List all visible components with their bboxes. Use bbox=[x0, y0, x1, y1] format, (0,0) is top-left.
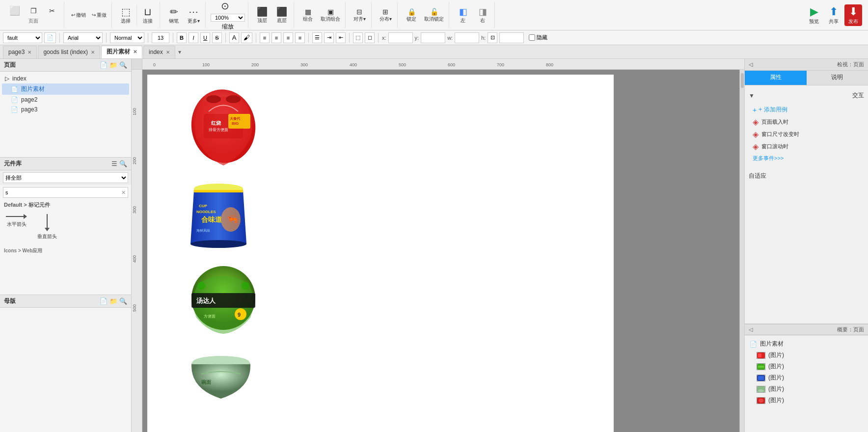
overview-item-img-3[interactable]: (图片) bbox=[748, 372, 865, 383]
pen-button[interactable]: ✏ 钢笔 bbox=[165, 5, 183, 26]
share-button[interactable]: ⬆ 共享 bbox=[825, 4, 842, 26]
overview-item-img-4[interactable]: (图片) bbox=[748, 383, 865, 395]
copy-button[interactable]: ❐ bbox=[25, 6, 42, 15]
comp-filter-select[interactable]: 择全部 bbox=[3, 172, 128, 183]
highlight-button[interactable]: 🖌 bbox=[241, 32, 252, 43]
zoom-select[interactable]: 100%75%50%150% bbox=[211, 14, 245, 22]
publish-button[interactable]: ⬇ 发布 bbox=[844, 4, 862, 26]
tab-img-assets-close[interactable]: ✕ bbox=[133, 49, 137, 54]
page-search-icon[interactable]: 🔍 bbox=[119, 61, 127, 69]
overview-item-img-2[interactable]: (图片) bbox=[748, 361, 865, 372]
add-interaction-button[interactable]: + + 添加用例 bbox=[749, 104, 864, 116]
font-style-select[interactable]: Normal bbox=[110, 32, 144, 43]
font-size-input[interactable] bbox=[152, 32, 169, 43]
proportional-button[interactable]: ⊡ bbox=[488, 32, 497, 43]
underline-button[interactable]: U bbox=[200, 32, 210, 43]
italic-button[interactable]: I bbox=[189, 32, 198, 43]
y-input[interactable] bbox=[421, 32, 445, 43]
tab-index[interactable]: index ✕ bbox=[143, 46, 175, 58]
page-add-icon[interactable]: 📄 bbox=[100, 61, 108, 69]
interaction-item-resize[interactable]: ◈ 窗口尺寸改变时 bbox=[749, 128, 864, 140]
bold-button[interactable]: B bbox=[177, 32, 187, 43]
font-color-button[interactable]: A bbox=[229, 32, 239, 43]
overview-item-img-1[interactable]: (图片) bbox=[748, 350, 865, 361]
more-button[interactable]: ⋯ 更多▾ bbox=[185, 5, 202, 26]
select-button[interactable]: ⬚ 选择 bbox=[117, 5, 135, 26]
font-preset-icon-button[interactable]: 📄 bbox=[44, 32, 56, 43]
font-preset-select[interactable]: fault bbox=[3, 32, 42, 43]
food-image-green-bag[interactable]: 汤达人 方便面 9 bbox=[187, 261, 260, 335]
interaction-item-pageload[interactable]: ◈ 页面载入时 bbox=[749, 116, 864, 128]
tab-img-assets[interactable]: 图片素材 ✕ bbox=[101, 46, 142, 58]
border-button[interactable]: ⬚ bbox=[353, 32, 363, 43]
master-add-icon[interactable]: 📄 bbox=[100, 297, 108, 305]
x-input[interactable] bbox=[388, 32, 413, 43]
inspection-arrow-left[interactable]: ◁ bbox=[749, 61, 753, 68]
comp-search-clear[interactable]: ✕ bbox=[121, 189, 126, 196]
comp-search-icon[interactable]: 🔍 bbox=[119, 160, 127, 167]
overview-item-img-5[interactable]: (图片) bbox=[748, 395, 865, 406]
page-item-page3[interactable]: 📄 page3 bbox=[2, 105, 129, 114]
tabs-arrow[interactable]: ▾ bbox=[176, 49, 183, 55]
page-folder-icon[interactable]: 📁 bbox=[109, 61, 117, 69]
redo-button[interactable]: ↪ 重做 bbox=[90, 11, 108, 20]
page-item-index[interactable]: ▷ index bbox=[2, 74, 129, 83]
strikethrough-button[interactable]: S bbox=[212, 32, 222, 43]
w-input[interactable] bbox=[455, 32, 479, 43]
tab-goods-list-close[interactable]: ✕ bbox=[91, 50, 95, 55]
tab-index-close[interactable]: ✕ bbox=[166, 50, 170, 55]
overview-item-folder[interactable]: 📄 图片素材 bbox=[748, 338, 865, 350]
left-button[interactable]: ◧ 左 bbox=[454, 5, 472, 25]
tab-page3[interactable]: page3 ✕ bbox=[3, 46, 37, 58]
tab-goods-list[interactable]: goods list (index) ✕ bbox=[38, 46, 100, 58]
canvas-scroll[interactable]: 红烧 排骨方便面 大食代 BIG bbox=[142, 70, 739, 432]
zoom-button[interactable]: ⊙ bbox=[219, 0, 237, 13]
top-layer-button[interactable]: ⬛ 顶层 bbox=[253, 5, 271, 25]
comp-search-input[interactable] bbox=[5, 189, 121, 195]
vertical-scrollbar[interactable] bbox=[739, 70, 744, 432]
list-button[interactable]: ☰ bbox=[312, 32, 322, 43]
lock-button[interactable]: 🔒 锁定 bbox=[403, 7, 420, 24]
preview-button[interactable]: ▶ 预览 bbox=[805, 4, 823, 26]
right-tab-properties[interactable]: 属性 bbox=[745, 71, 807, 85]
right-button[interactable]: ◨ 右 bbox=[474, 5, 491, 25]
hidden-checkbox[interactable] bbox=[529, 34, 535, 41]
align-left-button[interactable]: ≡ bbox=[260, 32, 270, 43]
undo-button[interactable]: ↩ 撤销 bbox=[69, 11, 88, 20]
master-search-icon[interactable]: 🔍 bbox=[119, 297, 127, 305]
food-image-bowl[interactable]: 碗面 bbox=[187, 350, 255, 404]
comp-arrow-h[interactable]: 水平箭头 bbox=[4, 212, 29, 242]
outdent-button[interactable]: ⇤ bbox=[336, 32, 346, 43]
group-button[interactable]: ▦ 组合 bbox=[299, 7, 317, 24]
food-image-red-bag[interactable]: 红烧 排骨方便面 大食代 BIG bbox=[187, 84, 260, 168]
connect-button[interactable]: ⊔ 连接 bbox=[139, 5, 157, 26]
interaction-item-scroll[interactable]: ◈ 窗口滚动时 bbox=[749, 140, 864, 153]
more-events-button[interactable]: 更多事件>>> bbox=[749, 153, 864, 164]
indent-button[interactable]: ⇥ bbox=[324, 32, 334, 43]
interaction-collapse-icon[interactable]: ▼ bbox=[749, 92, 755, 99]
h-input[interactable] bbox=[499, 32, 524, 43]
page-item-img-assets[interactable]: 📄 图片素材 bbox=[2, 83, 129, 95]
paste-button[interactable]: ⬜ bbox=[6, 5, 24, 16]
align-center-button[interactable]: ≡ bbox=[271, 32, 281, 43]
bottom-layer-button[interactable]: ⬛ 底层 bbox=[273, 5, 291, 25]
right-tab-description[interactable]: 说明 bbox=[807, 71, 868, 85]
vscroll-thumb[interactable] bbox=[741, 73, 744, 88]
unlock-button[interactable]: 🔓 取消锁定 bbox=[422, 7, 446, 24]
align-button[interactable]: ⊟ 对齐▾ bbox=[351, 7, 368, 24]
page-item-page2[interactable]: 📄 page2 bbox=[2, 95, 129, 105]
font-family-select[interactable]: Arial bbox=[63, 32, 103, 43]
comp-library: 元件库 ☰ 🔍 择全部 ✕ Default > 标记元件 bbox=[0, 157, 131, 295]
master-folder-icon[interactable]: 📁 bbox=[109, 297, 117, 305]
ungroup-button[interactable]: ▣ 取消组合 bbox=[319, 7, 342, 24]
cut-button[interactable]: ✂ bbox=[43, 6, 61, 15]
tab-page3-close[interactable]: ✕ bbox=[27, 50, 31, 55]
overview-arrow-left[interactable]: ◁ bbox=[749, 326, 753, 333]
comp-arrow-v[interactable]: 垂直箭头 bbox=[35, 212, 59, 242]
food-image-cup[interactable]: CUP NOODLES 合味道 海鲜风味 🦐 bbox=[187, 178, 250, 249]
shadow-button[interactable]: ◻ bbox=[365, 32, 375, 43]
align-justify-button[interactable]: ≡ bbox=[295, 32, 305, 43]
distribute-button[interactable]: ⊞ 分布▾ bbox=[377, 7, 394, 24]
align-right-button[interactable]: ≡ bbox=[283, 32, 293, 43]
comp-menu-icon[interactable]: ☰ bbox=[111, 160, 117, 167]
